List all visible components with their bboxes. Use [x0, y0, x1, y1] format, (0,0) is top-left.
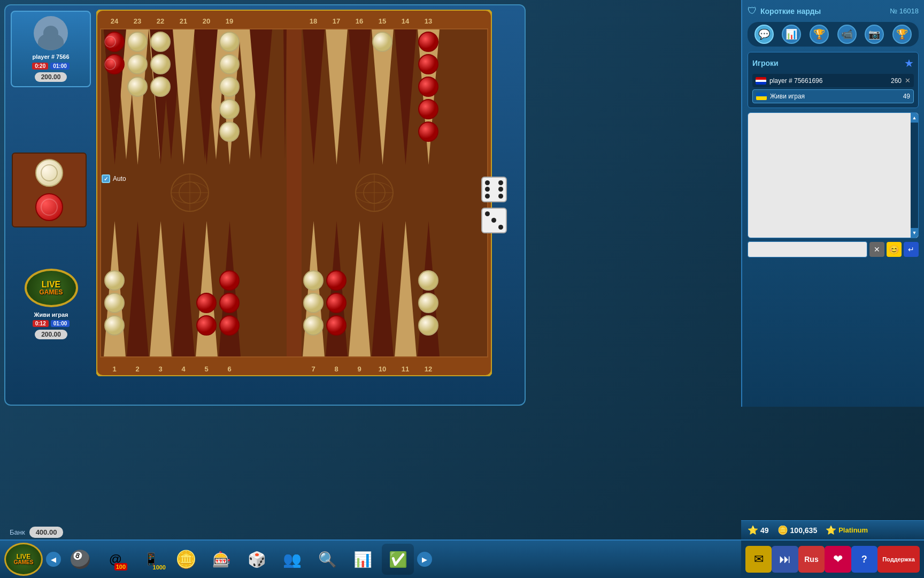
- svg-point-95: [304, 316, 323, 335]
- btn-support[interactable]: Поддержка: [877, 546, 920, 573]
- svg-point-92: [220, 316, 239, 335]
- backgammon-board: 24 23 22 21 20 19 18 17 16 15 14 13 1 2 …: [96, 10, 492, 376]
- chat-emoji-btn[interactable]: 😊: [887, 242, 902, 257]
- players-section: Игроки ★ player # 75661696 260 ✕ Живи иг…: [748, 52, 919, 108]
- die-1: [481, 177, 507, 202]
- points-value: 49: [760, 526, 769, 535]
- tab-chat[interactable]: 💬: [754, 25, 774, 44]
- close-player-1[interactable]: ✕: [905, 77, 911, 85]
- game-icon-1000[interactable]: 📱 1000: [135, 544, 167, 575]
- game-icon-pool[interactable]: 🎱: [64, 544, 96, 575]
- svg-text:15: 15: [379, 17, 386, 25]
- svg-point-89: [419, 100, 438, 119]
- tab-camera[interactable]: 📷: [865, 25, 884, 44]
- tab-video[interactable]: 📹: [837, 25, 857, 44]
- svg-text:4: 4: [181, 365, 186, 373]
- game-icon-checklist[interactable]: ✅: [382, 544, 414, 575]
- timer-bottom-red: 0:12: [33, 320, 49, 327]
- svg-rect-2: [287, 29, 302, 357]
- game-icon-tokens[interactable]: 🎰: [205, 544, 237, 575]
- svg-text:21: 21: [180, 17, 187, 25]
- svg-text:5: 5: [204, 365, 208, 373]
- player-2-score: 49: [903, 93, 910, 100]
- game-icon-search[interactable]: 🔍: [311, 544, 343, 575]
- stat-rank: ⭐ Platinum: [826, 525, 868, 535]
- svg-point-106: [419, 316, 438, 335]
- svg-point-81: [220, 32, 239, 51]
- game-icon-dice[interactable]: 🎲: [241, 544, 273, 575]
- svg-point-100: [327, 271, 346, 290]
- game-icon-mail100[interactable]: @ 100: [99, 544, 132, 575]
- bottom-bar: LIVE GAMES ◀ 🎱 @ 100 📱 1000 🪙 🎰 🎲 👥 🔍 📊 …: [0, 539, 741, 578]
- svg-text:23: 23: [134, 17, 141, 25]
- btn-mail[interactable]: ✉: [745, 546, 772, 573]
- btn-language[interactable]: Rus: [798, 546, 825, 573]
- game-icon-chart[interactable]: 📊: [346, 544, 379, 575]
- svg-text:1: 1: [112, 365, 116, 373]
- timer-bottom-blue: 01:00: [51, 320, 70, 327]
- svg-text:7: 7: [311, 365, 315, 373]
- svg-text:10: 10: [379, 365, 386, 373]
- btn-heart[interactable]: ❤: [825, 546, 851, 573]
- stat-coins: 🪙 100,635: [777, 525, 818, 535]
- svg-point-82: [220, 55, 239, 74]
- tab-trophy[interactable]: 🏆: [810, 25, 829, 44]
- svg-text:19: 19: [226, 17, 233, 25]
- player-2-name: Живи играя: [770, 93, 903, 100]
- game-id: № 16018: [890, 7, 919, 15]
- svg-text:6: 6: [227, 365, 231, 373]
- svg-text:12: 12: [425, 365, 432, 373]
- svg-point-80: [151, 77, 170, 96]
- bottom-live-games-logo[interactable]: LIVE GAMES: [4, 543, 43, 576]
- checker-bar: [12, 153, 87, 227]
- players-title: Игроки: [752, 59, 779, 67]
- svg-point-93: [220, 293, 239, 313]
- svg-point-85: [220, 122, 239, 141]
- bank-row: Банк 400.00: [10, 527, 63, 538]
- scroll-down-btn[interactable]: ▼: [911, 228, 918, 238]
- coins-icon: 🪙: [777, 525, 788, 535]
- chat-area: ▲ ▼: [748, 112, 919, 238]
- game-icon-users[interactable]: 👥: [276, 544, 308, 575]
- player-top-card: player # 7566 0:20 01:00 200.00: [11, 11, 91, 87]
- svg-text:16: 16: [356, 17, 363, 25]
- svg-point-103: [105, 271, 124, 290]
- btn-help[interactable]: ?: [851, 546, 877, 573]
- rank-icon: ⭐: [826, 525, 836, 535]
- nav-left-arrow[interactable]: ◀: [46, 552, 61, 567]
- game-icon-coins[interactable]: 🪙: [170, 544, 202, 575]
- svg-text:3: 3: [158, 365, 162, 373]
- shield-icon: 🛡: [748, 5, 757, 17]
- svg-text:20: 20: [203, 17, 210, 25]
- svg-point-97: [304, 271, 323, 290]
- tab-stats[interactable]: 📊: [782, 25, 801, 44]
- chat-clear-btn[interactable]: ✕: [869, 242, 884, 257]
- player-row-2: Живи играя 49: [752, 89, 914, 103]
- svg-text:11: 11: [402, 365, 409, 373]
- svg-point-102: [105, 293, 124, 313]
- auto-label: Auto: [113, 175, 126, 182]
- svg-point-79: [151, 55, 170, 74]
- svg-point-108: [419, 271, 438, 290]
- svg-text:22: 22: [157, 17, 164, 25]
- btn-skip[interactable]: ⏭: [772, 546, 798, 573]
- tab-cup[interactable]: 🏆: [892, 25, 912, 44]
- nav-right-arrow[interactable]: ▶: [417, 552, 432, 567]
- scroll-up-btn[interactable]: ▲: [911, 113, 918, 123]
- svg-point-104: [197, 316, 216, 335]
- svg-text:24: 24: [111, 17, 119, 25]
- chat-input-field[interactable]: [748, 241, 867, 257]
- player-bottom-name: Живи играя: [10, 311, 93, 318]
- svg-point-105: [197, 293, 216, 313]
- score-bottom: 200.00: [35, 330, 67, 339]
- chat-send-btn[interactable]: ↵: [904, 242, 919, 257]
- checker-red-bar: [35, 193, 63, 221]
- chat-input-row: ✕ 😊 ↵: [748, 241, 919, 257]
- star-icon: ★: [904, 57, 914, 70]
- points-icon: ⭐: [748, 525, 758, 535]
- auto-checkbox-area[interactable]: ✓ Auto: [102, 174, 126, 183]
- timer-top-blue: 01:00: [50, 63, 70, 70]
- game-title: Короткие нарды: [760, 7, 821, 16]
- score-top: 200.00: [35, 72, 67, 82]
- svg-text:17: 17: [333, 17, 340, 25]
